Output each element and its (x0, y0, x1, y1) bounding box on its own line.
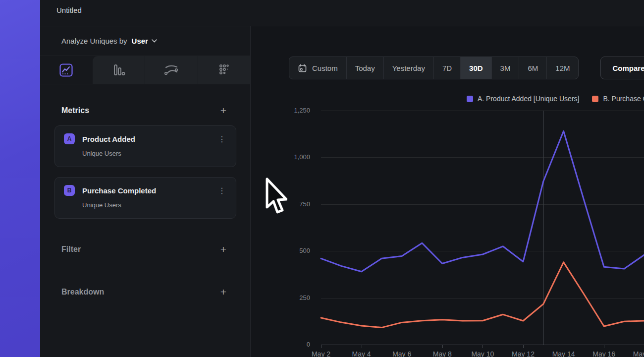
metric-subtitle: Unique Users (82, 150, 227, 157)
series-line[interactable] (321, 131, 644, 272)
legend-label: A. Product Added [Unique Users] (478, 95, 579, 103)
app-window: Untitled Analyze Uniques by User (0, 0, 644, 357)
query-sidebar: Analyze Uniques by User (40, 26, 251, 357)
add-filter-button[interactable]: + (220, 244, 226, 254)
add-breakdown-button[interactable]: + (220, 287, 226, 297)
range-button-today[interactable]: Today (346, 57, 383, 79)
add-metric-button[interactable]: + (220, 106, 226, 116)
metric-name: Purchase Completed (82, 186, 216, 195)
metric-card[interactable]: AProduct Added⋮Unique Users (54, 125, 236, 167)
metrics-title: Metrics (61, 106, 89, 115)
line-chart-icon (59, 63, 73, 77)
mouse-cursor (263, 177, 287, 218)
filter-section-header: Filter + (40, 244, 250, 254)
metric-list: AProduct Added⋮Unique UsersBPurchase Com… (40, 125, 250, 219)
metrics-section-header: Metrics + (40, 106, 250, 116)
range-button-label: 6M (528, 64, 538, 72)
range-button-12m[interactable]: 12M (546, 57, 578, 79)
range-button-7d[interactable]: 7D (433, 57, 460, 79)
breakdown-title: Breakdown (61, 288, 104, 297)
flow-icon (164, 63, 179, 76)
tab-line-chart[interactable] (40, 56, 93, 84)
compare-button[interactable]: Compare (600, 57, 644, 79)
range-button-label: Today (355, 64, 375, 72)
tab-retention-grid[interactable] (198, 56, 251, 84)
range-button-yesterday[interactable]: Yesterday (383, 57, 433, 79)
metric-badge: A (64, 133, 75, 144)
range-button-30d[interactable]: 30D (460, 57, 491, 79)
legend-item[interactable]: A. Product Added [Unique Users] (467, 95, 579, 103)
chart-legend: A. Product Added [Unique Users]B. Purcha… (467, 95, 644, 103)
grid-dots-icon (217, 63, 231, 77)
kebab-menu-icon[interactable]: ⋮ (216, 186, 227, 195)
kebab-menu-icon[interactable]: ⋮ (216, 134, 227, 144)
filter-title: Filter (61, 245, 81, 254)
metric-name: Product Added (82, 135, 216, 143)
range-button-label: 30D (469, 64, 483, 72)
range-button-label: 7D (442, 64, 452, 72)
legend-item[interactable]: B. Purchase Completed [Unique Users] (592, 95, 644, 103)
legend-label: B. Purchase Completed [Unique Users] (603, 95, 644, 103)
legend-swatch-icon (592, 96, 598, 102)
topbar: Untitled (40, 0, 644, 26)
report-title[interactable]: Untitled (40, 0, 644, 21)
chevron-down-icon[interactable] (152, 39, 157, 43)
metric-card[interactable]: BPurchase Completed⋮Unique Users (54, 177, 236, 219)
series-line[interactable] (321, 262, 644, 328)
analyze-entity-dropdown[interactable]: User (132, 37, 148, 45)
tab-bar-chart[interactable] (93, 56, 145, 84)
chart-panel: 02505007501,0001,250May 2May 4May 6May 8… (251, 26, 644, 357)
tab-flow[interactable] (145, 56, 198, 84)
analyze-uniques-row: Analyze Uniques by User (40, 26, 250, 56)
breakdown-section-header: Breakdown + (40, 287, 250, 297)
chart-type-tabs (40, 56, 250, 84)
range-button-3m[interactable]: 3M (491, 57, 519, 79)
page-background-gradient (0, 0, 40, 357)
range-button-label: 12M (555, 64, 570, 72)
analyze-label: Analyze Uniques by (61, 37, 127, 45)
range-button-custom[interactable]: Custom (289, 57, 346, 79)
range-button-label: Custom (312, 64, 338, 72)
calendar-icon (298, 63, 307, 73)
range-button-label: Yesterday (392, 64, 425, 72)
date-range-toolbar: CustomTodayYesterday7D30D3M6M12M (289, 57, 579, 79)
range-button-6m[interactable]: 6M (519, 57, 546, 79)
legend-swatch-icon (467, 96, 473, 102)
range-button-label: 3M (500, 64, 511, 72)
analytics-app-panel: Untitled Analyze Uniques by User (40, 0, 644, 357)
bar-chart-icon (111, 63, 125, 77)
metric-badge: B (64, 185, 75, 196)
metric-subtitle: Unique Users (82, 201, 227, 209)
